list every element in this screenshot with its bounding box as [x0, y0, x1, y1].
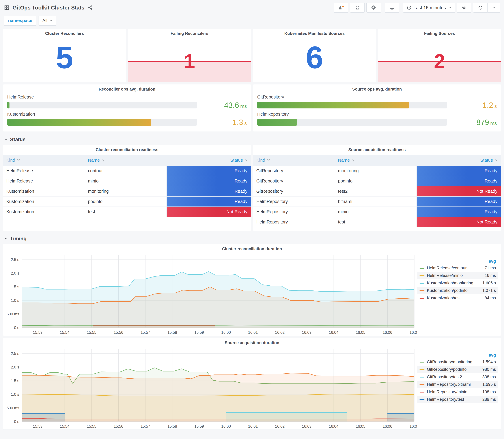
gauge-panel-source-ops-avg-duration: Source ops avg. durationGitRepository1.2…: [253, 84, 501, 132]
svg-text:15:54: 15:54: [60, 424, 70, 428]
legend-series-avg: 1.605 s: [473, 281, 496, 285]
svg-text:16:02: 16:02: [275, 424, 285, 428]
section-header-timing[interactable]: Timing: [3, 233, 501, 244]
column-header-name[interactable]: Name: [335, 155, 417, 166]
table-panel-source-acquisition-readiness: Source acquisition readinessKindNameStat…: [253, 145, 501, 231]
legend-series-name: GitRepository/test2: [427, 375, 473, 379]
add-panel-icon: [339, 5, 344, 10]
cell-name: minio: [85, 176, 167, 186]
gauge-label: HelmRelease: [7, 95, 247, 99]
column-header-label: Kind: [6, 158, 15, 163]
cell-name: contour: [85, 166, 167, 176]
table-row: KustomizationtestNot Ready: [3, 207, 251, 217]
table-row: GitRepositorypodinfoReady: [253, 176, 501, 186]
legend-item-helmrepository-bitnami[interactable]: HelmRepository/bitnami1.695 s: [418, 381, 498, 388]
legend-item-helmrepository-minio[interactable]: HelmRepository/minio108 ms: [418, 388, 498, 396]
table-row: GitRepositorymonitoringReady: [253, 166, 501, 176]
legend-item-helmrelease-contour[interactable]: HelmRelease/contour71 ms: [418, 264, 498, 272]
svg-text:15:57: 15:57: [141, 330, 150, 335]
gauge-label: Kustomization: [7, 112, 247, 117]
dashboard-settings-button[interactable]: [367, 3, 381, 12]
legend-series-name: GitRepository/podinfo: [427, 367, 473, 372]
legend-item-helmrepository-test[interactable]: HelmRepository/test289 ms: [418, 396, 498, 403]
filter-funnel-icon[interactable]: [351, 159, 355, 162]
cell-kind: HelmRepository: [253, 196, 335, 207]
clock-icon: [407, 5, 412, 10]
legend-avg-header: avg: [489, 259, 496, 264]
stat-panel-failing-reconcilers: Failing Reconcilers1: [128, 29, 251, 82]
cell-name: podinfo: [335, 176, 417, 186]
variables-bar: namespace All: [0, 14, 504, 29]
cell-kind: HelmRepository: [253, 217, 335, 227]
refresh-interval-dropdown[interactable]: [488, 3, 500, 12]
gauge-bar: [7, 102, 10, 109]
legend-series-name: HelmRepository/minio: [427, 390, 473, 394]
chart-plot-area[interactable]: 15:5315:5415:5515:5615:5715:5815:5916:00…: [3, 252, 418, 336]
cell-kind: GitRepository: [253, 166, 335, 176]
legend-item-gitrepository-test2[interactable]: GitRepository/test2338 ms: [418, 373, 498, 381]
svg-text:1.0 s: 1.0 s: [11, 298, 19, 303]
cell-name: test: [335, 217, 417, 227]
stat-panel-title: Kubernetes Manifests Sources: [253, 29, 376, 37]
save-dashboard-button[interactable]: [350, 3, 365, 12]
svg-text:16:03: 16:03: [302, 330, 311, 335]
section-header-status[interactable]: Status: [3, 134, 501, 145]
stat-value: 2: [378, 51, 501, 72]
zoom-out-button[interactable]: [457, 3, 471, 12]
svg-text:16:01: 16:01: [248, 330, 258, 335]
refresh-button[interactable]: [473, 3, 488, 12]
legend-item-kustomization-podinfo[interactable]: Kustomization/podinfo1.071 s: [418, 287, 498, 294]
svg-text:15:59: 15:59: [194, 330, 204, 335]
column-header-kind[interactable]: Kind: [253, 155, 335, 166]
legend-item-gitrepository-monitoring[interactable]: GitRepository/monitoring1.594 s: [418, 358, 498, 366]
tables-row: Cluster reconciliation readinessKindName…: [3, 145, 501, 231]
svg-text:16:04: 16:04: [329, 424, 338, 428]
gauge-panel-title: Source ops avg. duration: [253, 85, 501, 93]
legend-series-avg: 84 ms: [473, 296, 496, 300]
namespace-variable-dropdown[interactable]: All: [38, 16, 56, 25]
chart-panel-cluster-reconciliation-duration: Cluster reconciliation duration15:5315:5…: [3, 244, 501, 336]
legend-series-name: HelmRelease/contour: [427, 266, 473, 270]
column-header-name[interactable]: Name: [85, 155, 167, 166]
table-header-row: KindNameStatus: [253, 155, 501, 166]
svg-text:15:58: 15:58: [167, 330, 177, 335]
legend-series-name: Kustomization/podinfo: [427, 288, 473, 293]
legend-series-avg: 289 ms: [473, 397, 496, 402]
column-header-status[interactable]: Status: [417, 155, 501, 166]
svg-text:16:03: 16:03: [302, 424, 311, 428]
column-header-kind[interactable]: Kind: [3, 155, 85, 166]
column-header-label: Name: [338, 158, 350, 163]
gauge-label: HelmRepository: [257, 112, 497, 117]
gauge-body: HelmRelease43.6msKustomization1.3s: [3, 93, 251, 132]
legend-item-gitrepository-podinfo[interactable]: GitRepository/podinfo980 ms: [418, 366, 498, 373]
gauge-bar: [257, 119, 297, 126]
filter-funnel-icon[interactable]: [244, 159, 248, 162]
svg-text:16:06: 16:06: [383, 424, 392, 428]
dashboard-grid-icon[interactable]: [4, 5, 10, 10]
column-header-status[interactable]: Status: [167, 155, 251, 166]
legend-item-helmrelease-minio[interactable]: HelmRelease/minio16 ms: [418, 272, 498, 279]
svg-text:2.5 s: 2.5 s: [11, 257, 19, 262]
time-range-picker[interactable]: Last 15 minutes: [403, 3, 455, 12]
legend-item-kustomization-test[interactable]: Kustomization/test84 ms: [418, 294, 498, 302]
legend-item-kustomization-monitoring[interactable]: Kustomization/monitoring1.605 s: [418, 279, 498, 287]
filter-funnel-icon[interactable]: [101, 159, 105, 162]
filter-funnel-icon[interactable]: [494, 159, 498, 162]
chart-plot-area[interactable]: 15:5315:5415:5515:5615:5715:5815:5916:00…: [3, 346, 418, 429]
cell-kind: HelmRelease: [3, 176, 85, 186]
gauges-row: Reconciler ops avg. durationHelmRelease4…: [3, 84, 501, 132]
stat-value: 5: [3, 42, 126, 73]
chart-panel-title: Cluster reconciliation duration: [3, 244, 501, 252]
filter-funnel-icon[interactable]: [17, 159, 20, 162]
gauge-track: [7, 102, 197, 109]
svg-text:16:00: 16:00: [221, 424, 231, 428]
tv-mode-button[interactable]: [385, 3, 399, 12]
add-panel-button[interactable]: [334, 3, 348, 12]
gauge-row-helmrepository: HelmRepository879ms: [257, 112, 497, 127]
svg-text:0 s: 0 s: [14, 326, 19, 330]
legend-series-avg: 16 ms: [473, 273, 496, 278]
share-icon[interactable]: [87, 5, 93, 10]
gauge-row-gitrepository: GitRepository1.2s: [257, 95, 497, 110]
svg-text:15:55: 15:55: [87, 424, 96, 428]
filter-funnel-icon[interactable]: [267, 159, 270, 162]
